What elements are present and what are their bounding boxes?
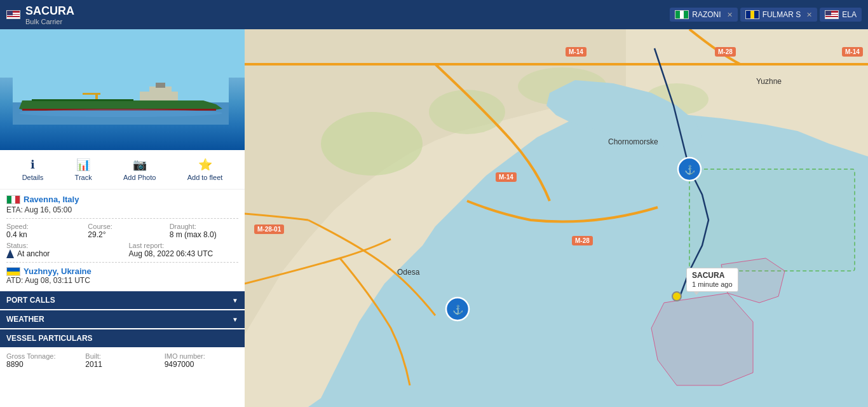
svg-rect-5 [156,83,165,88]
tab-razoni-label: RAZONI [692,10,721,19]
last-report-label: Last report: [129,242,239,249]
info-divider-1 [6,218,238,219]
vessel-type: Bulk Carrier [25,18,74,25]
course-value: 29.2° [88,230,156,239]
origin-name[interactable]: Yuzhnyy, Ukraine [24,266,92,276]
tab-fulmar-label: FULMAR S [763,10,801,19]
svg-rect-3 [140,92,178,100]
svg-rect-8 [32,99,133,101]
svg-rect-20 [689,169,855,271]
tab-razoni[interactable]: RAZONI ✕ [670,8,737,22]
road-label-m14-3: M-14 [842,47,863,57]
destination-flag [6,195,20,204]
svg-point-23 [672,292,681,301]
weather-section[interactable]: WEATHER ▼ [0,310,245,328]
svg-rect-0 [13,74,229,102]
road-label-m14-4: M-14 [496,172,517,182]
tracked-ships-tabs: RAZONI ✕ FULMAR S ✕ ELA [670,8,862,22]
last-report-col: Last report: Aug 08, 2022 06:43 UTC [129,242,239,258]
draught-label: Draught: [170,223,238,230]
add-photo-button[interactable]: 📷 Add Photo [118,155,161,184]
built-value: 2011 [85,360,159,369]
track-label: Track [75,174,92,181]
port-calls-label: PORT CALLS [6,296,55,305]
imo-col: IMO number: 9497000 [165,352,238,369]
info-divider-2 [6,262,238,263]
vessel-title-block: SACURA Bulk Carrier [25,4,74,25]
anchor-status-icon [6,249,14,258]
speed-col: Speed: 0.4 kn [6,223,75,239]
track-button[interactable]: 📊 Track [70,155,97,184]
status-last-report-row: Status: At anchor Last report: Aug 08, 2… [6,242,238,258]
tab-ela[interactable]: ELA [820,8,862,22]
add-to-fleet-button[interactable]: ⭐ Add to fleet [182,155,228,184]
vessel-particulars-label: VESSEL PARTICULARS [6,334,93,343]
road-label-m2801: M-28-01 [254,224,284,234]
details-button[interactable]: ℹ Details [17,155,49,184]
star-icon: ⭐ [198,158,212,172]
road-label-m28: M-28 [572,236,593,245]
built-col: Built: 2011 [85,352,159,369]
city-odesa: Odesa [397,268,419,277]
speed-course-draught-row: Speed: 0.4 kn Course: 29.2° Draught: 8 m… [6,223,238,239]
course-col: Course: 29.2° [88,223,156,239]
gross-tonnage-label: Gross Tonnage: [6,352,80,360]
vessel-name: SACURA [25,4,74,18]
vessel-particulars-section[interactable]: VESSEL PARTICULARS [0,329,245,347]
status-value: At anchor [17,249,50,258]
speed-value: 0.4 kn [6,230,75,239]
status-label: Status: [6,242,116,249]
vessel-header-info: SACURA Bulk Carrier [6,4,74,25]
ela-flag-icon [825,10,839,19]
port-calls-arrow-icon: ▼ [232,297,238,304]
tab-ela-label: ELA [842,10,857,19]
port-calls-section[interactable]: PORT CALLS ▼ [0,291,245,309]
city-chornomorske: Chornomorske [608,137,658,146]
svg-point-14 [321,112,423,176]
camera-icon: 📷 [133,158,147,172]
particulars-grid: Gross Tonnage: 8890 Built: 2011 IMO numb… [6,352,238,369]
add-photo-label: Add Photo [123,174,156,181]
city-yuzhne: Yuzhne [756,77,782,86]
svg-text:⚓: ⚓ [452,305,464,315]
speed-label: Speed: [6,223,75,230]
draught-value: 8 m (max 8.0) [170,230,238,239]
add-to-fleet-label: Add to fleet [187,174,223,181]
svg-point-10 [19,109,222,117]
track-icon: 📊 [76,158,90,172]
details-label: Details [22,174,44,181]
imo-label: IMO number: [165,352,238,360]
fulmar-flag-icon [745,10,759,19]
course-label: Course: [88,223,156,230]
destination-name[interactable]: Ravenna, Italy [24,195,79,204]
road-label-m14-2: M-28 [715,47,736,57]
app-header: SACURA Bulk Carrier RAZONI ✕ FULMAR S ✕ … [0,0,868,29]
vessel-action-buttons: ℹ Details 📊 Track 📷 Add Photo ⭐ Add to f… [0,150,245,190]
origin-line: Yuzhnyy, Ukraine [6,266,238,276]
vessel-info-section: Ravenna, Italy ETA: Aug 16, 05:00 Speed:… [0,190,245,290]
gross-tonnage-col: Gross Tonnage: 8890 [6,352,80,369]
draught-col: Draught: 8 m (max 8.0) [170,223,238,239]
origin-flag [6,267,20,276]
vessel-particulars-content: Gross Tonnage: 8890 Built: 2011 IMO numb… [0,347,245,374]
destination-line: Ravenna, Italy [6,195,238,204]
gross-tonnage-value: 8890 [6,360,80,369]
svg-marker-21 [651,293,753,385]
last-report-value: Aug 08, 2022 06:43 UTC [129,249,239,258]
weather-label: WEATHER [6,315,44,324]
atd-text: ATD: Aug 08, 03:11 UTC [6,276,238,285]
road-label-m14-1: M-14 [566,47,587,57]
details-icon: ℹ [31,158,35,172]
map-container[interactable]: ⚓ ⚓ M-14 M-28 M-14 M-14 M-28 M-28-01 Yuz… [245,29,868,407]
tab-fulmar-s[interactable]: FULMAR S ✕ [740,8,818,22]
weather-arrow-icon: ▼ [232,316,238,323]
close-razoni-button[interactable]: ✕ [727,11,733,19]
built-label: Built: [85,352,159,360]
close-fulmar-button[interactable]: ✕ [806,11,812,19]
ship-illustration [13,74,229,125]
vessel-flag-icon [6,10,20,19]
svg-text:⚓: ⚓ [684,165,696,176]
vessel-photo [0,29,245,150]
eta-text: ETA: Aug 16, 05:00 [6,205,238,214]
razoni-flag-icon [675,10,689,19]
